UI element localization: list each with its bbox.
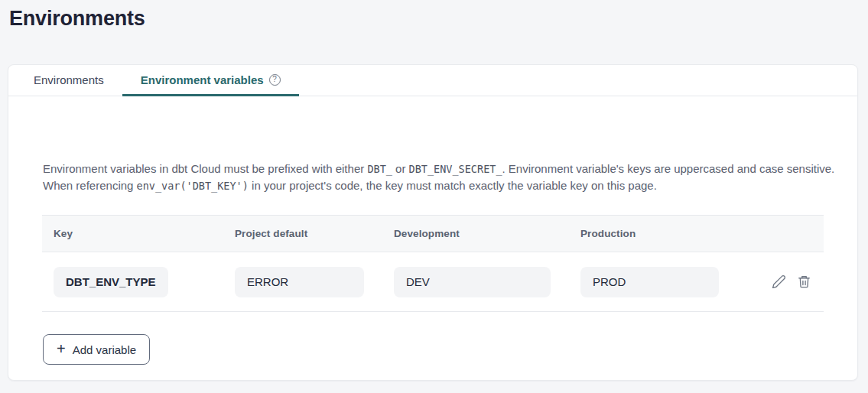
row-actions — [737, 274, 824, 290]
cell-key: DBT_ENV_TYPE — [42, 267, 223, 297]
tab-environments[interactable]: Environments — [15, 65, 122, 96]
edit-variable-button[interactable] — [771, 274, 786, 290]
variable-key-value: DBT_ENV_TYPE — [54, 267, 168, 297]
page-title: Environments — [9, 7, 145, 31]
add-variable-button[interactable]: + Add variable — [43, 334, 150, 365]
pencil-icon — [772, 274, 786, 289]
code-snippet-dbt-prefix: DBT_ — [367, 163, 392, 175]
description-segment: When referencing — [43, 179, 137, 192]
code-snippet-dbt-env-secret-prefix: DBT_ENV_SECRET_ — [409, 163, 502, 175]
plus-icon: + — [57, 341, 66, 356]
project-default-value: ERROR — [235, 267, 364, 297]
environment-variables-table: Key Project default Development Producti… — [42, 215, 824, 312]
column-header-project-default: Project default — [223, 228, 382, 239]
production-value: PROD — [580, 267, 719, 297]
environment-variables-card: Environments Environment variables ? Env… — [8, 64, 858, 381]
description-segment: in your project's code, the key must mat… — [249, 179, 657, 192]
description-segment: Environment variables in dbt Cloud must … — [43, 162, 367, 175]
table-header-row: Key Project default Development Producti… — [42, 216, 824, 252]
cell-production: PROD — [569, 267, 737, 297]
cell-development: DEV — [382, 267, 569, 297]
delete-variable-button[interactable] — [796, 274, 811, 290]
description-line-1: Environment variables in dbt Cloud must … — [43, 161, 824, 177]
tab-environment-variables-label: Environment variables — [141, 73, 264, 86]
description-line-2: When referencing env_var('DBT_KEY') in y… — [43, 177, 824, 194]
column-header-development: Development — [382, 228, 569, 239]
tab-content: Environment variables in dbt Cloud must … — [8, 96, 857, 365]
tab-environment-variables[interactable]: Environment variables ? — [122, 65, 299, 96]
description-segment: . Environment variable's keys are upperc… — [502, 162, 835, 175]
trash-icon — [797, 274, 811, 289]
code-snippet-env-var: env_var('DBT_KEY') — [137, 180, 249, 192]
tab-environments-label: Environments — [34, 73, 104, 86]
table-row: DBT_ENV_TYPE ERROR DEV PROD — [42, 252, 824, 312]
cell-project-default: ERROR — [223, 267, 382, 297]
tab-bar: Environments Environment variables ? — [8, 65, 857, 96]
description-segment: or — [392, 162, 409, 175]
column-header-key: Key — [42, 228, 223, 239]
add-variable-label: Add variable — [73, 343, 136, 356]
help-circle-icon[interactable]: ? — [269, 74, 281, 86]
development-value: DEV — [394, 267, 551, 297]
description-text: Environment variables in dbt Cloud must … — [43, 161, 824, 194]
column-header-production: Production — [569, 228, 737, 239]
